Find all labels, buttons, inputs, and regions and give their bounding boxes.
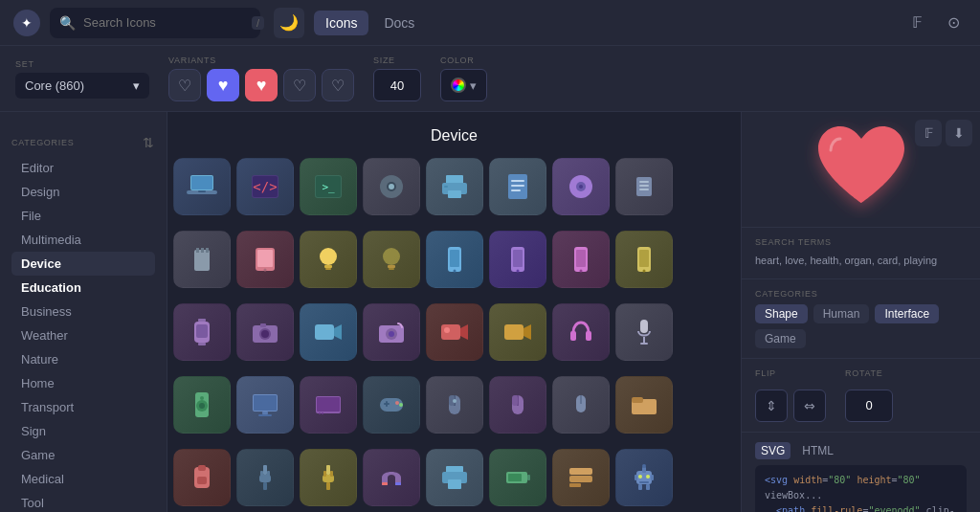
variant-color-btn[interactable]: ♥	[245, 69, 278, 101]
icon-document[interactable]	[489, 158, 546, 215]
icon-tablet[interactable]	[236, 231, 294, 288]
search-input[interactable]	[83, 15, 244, 30]
icon-robot[interactable]	[615, 449, 673, 506]
nav-links: Icons Docs	[314, 11, 903, 35]
heart-preview	[804, 112, 919, 227]
variant-outline-btn[interactable]: ♡	[168, 69, 201, 101]
icon-bulb-on[interactable]	[300, 231, 357, 288]
icon-magnet[interactable]	[363, 449, 420, 506]
sidebar-item-device[interactable]: Device	[11, 252, 155, 276]
svg-rect-20	[511, 189, 521, 191]
icon-laptop[interactable]	[173, 158, 231, 215]
cat-tag-interface[interactable]: Interface	[875, 304, 939, 323]
cat-tag-shape[interactable]: Shape	[755, 304, 808, 323]
icon-plug[interactable]	[236, 449, 294, 506]
icon-camera-refresh[interactable]	[363, 303, 420, 361]
search-shortcut: /	[252, 16, 264, 30]
set-select[interactable]: Core (860) ▾	[15, 73, 149, 99]
figma-icon[interactable]: 𝔽	[903, 10, 930, 36]
icon-gamepad[interactable]	[363, 376, 420, 434]
icon-video-camera-blue[interactable]	[300, 303, 357, 361]
sidebar-item-file[interactable]: File	[11, 204, 155, 228]
sort-icon[interactable]: ⇅	[143, 135, 155, 150]
variant-duo-btn[interactable]: ♡	[322, 69, 354, 101]
sidebar-item-editor[interactable]: Editor	[11, 156, 155, 180]
icon-backpack[interactable]	[173, 449, 231, 506]
sidebar-item-tool[interactable]: Tool	[11, 491, 155, 512]
download-button[interactable]: ⬇	[946, 120, 972, 146]
sidebar-item-education[interactable]: Education	[11, 276, 155, 300]
code-line-2: <path fill-rule="evenodd" clip-ru...	[765, 503, 957, 513]
svg-rect-18	[511, 180, 524, 182]
categories-header: CATEGORIES ⇅	[11, 135, 155, 150]
icon-monitor[interactable]	[236, 376, 294, 434]
icon-bulb-off[interactable]	[363, 231, 420, 288]
icon-phone-pink[interactable]	[552, 231, 610, 288]
theme-toggle-button[interactable]: 🌙	[274, 8, 304, 38]
icon-camera[interactable]	[236, 303, 294, 361]
icon-terminal[interactable]: >_	[300, 158, 357, 215]
icon-folder[interactable]	[615, 376, 673, 434]
icon-microphone[interactable]	[615, 303, 673, 361]
icon-headphones[interactable]	[552, 303, 610, 361]
icon-mouse-small[interactable]	[552, 376, 610, 434]
icon-code[interactable]: </>	[236, 158, 294, 215]
icon-video-yellow[interactable]	[489, 303, 546, 361]
icon-mouse[interactable]	[426, 376, 483, 434]
icon-disc[interactable]	[552, 158, 610, 215]
icon-printer2[interactable]	[426, 449, 483, 506]
variant-thin-btn[interactable]: ♡	[283, 69, 316, 101]
icon-memory[interactable]	[615, 158, 673, 215]
rotate-input[interactable]	[845, 390, 893, 422]
size-input[interactable]	[373, 69, 421, 101]
cat-tag-human[interactable]: Human	[813, 304, 870, 323]
search-bar[interactable]: 🔍 /	[50, 8, 260, 38]
sidebar-item-weather[interactable]: Weather	[11, 323, 155, 347]
svg-rect-31	[206, 248, 209, 253]
section-device-title: Device	[183, 127, 725, 145]
color-picker-button[interactable]: ▾	[440, 69, 487, 101]
sidebar-item-multimedia[interactable]: Multimedia	[11, 228, 155, 252]
icon-video-red[interactable]	[426, 303, 483, 361]
sidebar-item-design[interactable]: Design	[11, 180, 155, 204]
svg-rect-45	[513, 250, 523, 267]
flip-horizontal-button[interactable]: ⇕	[755, 390, 788, 422]
nav-icons-button[interactable]: Icons	[314, 11, 368, 35]
sidebar-item-medical[interactable]: Medical	[11, 467, 155, 491]
svg-rect-126	[569, 476, 592, 482]
sidebar-item-sign[interactable]: Sign	[11, 419, 155, 443]
variant-solid-btn[interactable]: ♥	[207, 69, 239, 101]
sidebar-item-home[interactable]: Home	[11, 371, 155, 395]
html-tab[interactable]: HTML	[796, 442, 839, 459]
svg-rect-39	[388, 265, 395, 268]
sidebar-item-transport[interactable]: Transport	[11, 395, 155, 419]
sidebar-item-business[interactable]: Business	[11, 300, 155, 323]
svg-point-59	[261, 330, 269, 338]
icon-settings[interactable]	[363, 158, 420, 215]
icon-sdcard[interactable]	[173, 231, 231, 288]
icon-phone-blue[interactable]	[426, 231, 483, 288]
figma-copy-button[interactable]: 𝔽	[915, 120, 942, 146]
rotate-section: ROTATE	[845, 368, 893, 422]
icon-storage[interactable]	[552, 449, 610, 506]
icon-speaker[interactable]	[173, 376, 231, 434]
icon-battery[interactable]	[489, 449, 546, 506]
icon-phone-purple[interactable]	[489, 231, 546, 288]
sidebar-item-game[interactable]: Game	[11, 443, 155, 467]
github-icon[interactable]: ⊙	[940, 10, 967, 36]
icon-plug-yellow[interactable]	[300, 449, 357, 506]
nav-docs-button[interactable]: Docs	[372, 11, 426, 35]
color-group: COLOR ▾	[440, 56, 487, 101]
icon-tv[interactable]	[300, 376, 357, 434]
icon-mouse-purple[interactable]	[489, 376, 546, 434]
icon-printer[interactable]	[426, 158, 483, 215]
app-logo: ✦	[13, 10, 40, 36]
cat-tag-game[interactable]: Game	[755, 329, 806, 348]
icon-phone-yellow[interactable]	[615, 231, 673, 288]
svg-rect-75	[640, 343, 648, 345]
flip-vertical-button[interactable]: ⇔	[793, 390, 826, 422]
icon-smartwatch[interactable]	[173, 303, 231, 361]
svg-tab[interactable]: SVG	[755, 442, 791, 459]
sidebar-item-nature[interactable]: Nature	[11, 347, 155, 371]
svg-point-78	[199, 403, 205, 409]
